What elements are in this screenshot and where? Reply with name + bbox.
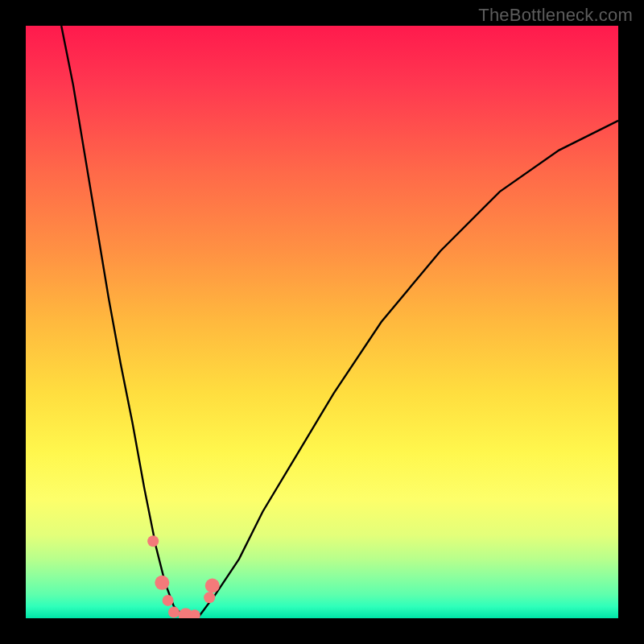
chart-frame: TheBottleneck.com: [0, 0, 644, 644]
highlight-dot: [205, 579, 220, 593]
watermark-text: TheBottleneck.com: [478, 5, 633, 26]
bottleneck-curve-path: [61, 26, 618, 618]
highlight-dot: [155, 576, 169, 590]
highlight-dot: [163, 595, 174, 606]
highlight-dot: [204, 592, 215, 603]
dots-group: [147, 535, 220, 618]
curve-svg: [26, 26, 618, 618]
highlight-dot: [147, 535, 159, 547]
highlight-dot: [168, 607, 180, 618]
plot-area: [26, 26, 618, 618]
